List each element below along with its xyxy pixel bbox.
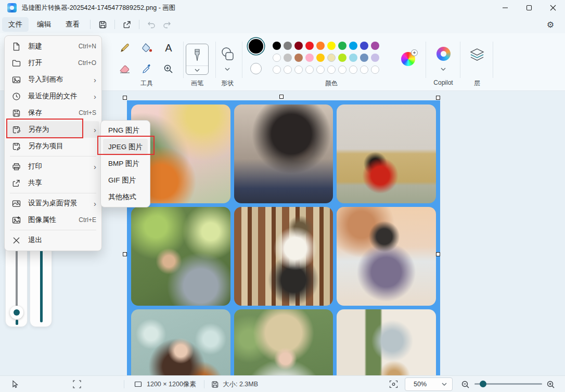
menu-separator (10, 193, 96, 193)
resize-handle-top-left[interactable] (123, 96, 127, 100)
brushes-label: 画笔 (182, 79, 213, 88)
zoom-in-button[interactable] (546, 376, 555, 392)
copilot-button[interactable] (436, 47, 451, 61)
color-swatch[interactable] (273, 54, 281, 62)
resize-handle-top-right[interactable] (436, 96, 440, 100)
minimize-icon (502, 5, 508, 11)
menu-item-import[interactable]: 导入到画布 › (5, 71, 101, 88)
color-swatch[interactable] (305, 54, 314, 62)
brush-icon (186, 44, 208, 66)
color-swatch[interactable] (349, 54, 357, 62)
size-slider-tick (16, 320, 18, 325)
menu-item-open[interactable]: 打开 Ctrl+O (5, 55, 101, 71)
color-swatch[interactable] (360, 42, 368, 50)
resize-handle-middle-right[interactable] (436, 252, 440, 256)
secondary-color-swatch[interactable] (250, 63, 262, 74)
color-swatch-empty[interactable] (316, 66, 325, 74)
resize-handle-middle-left[interactable] (123, 252, 127, 256)
shapes-icon (219, 46, 236, 62)
maximize-button[interactable] (517, 0, 541, 16)
chevron-down-icon (442, 383, 447, 386)
save-icon (98, 20, 107, 29)
brushes-button[interactable] (186, 44, 209, 75)
color-swatch-empty[interactable] (360, 66, 368, 74)
opacity-slider-track[interactable] (40, 246, 43, 322)
tools-label: 工具 (131, 79, 162, 88)
zoom-slider-thumb[interactable] (480, 381, 486, 387)
fit-to-screen-button[interactable] (389, 376, 398, 392)
color-swatch[interactable] (349, 42, 357, 50)
magnifier-tool-button[interactable] (160, 61, 177, 77)
color-swatch[interactable] (327, 54, 336, 62)
color-swatch[interactable] (294, 42, 303, 50)
color-swatch-empty[interactable] (305, 66, 314, 74)
submenu-item-other[interactable]: 其他格式 (101, 189, 150, 205)
save-as-project-icon (12, 142, 21, 151)
annotation-box-save-as (6, 119, 83, 138)
color-swatch[interactable] (338, 54, 346, 62)
layers-button[interactable] (469, 48, 485, 64)
color-swatch[interactable] (305, 42, 314, 50)
menu-item-share[interactable]: 共享 (5, 175, 101, 191)
menu-item-print[interactable]: 打印 › (5, 158, 101, 175)
submenu-item-gif[interactable]: GIF 图片 (101, 172, 150, 189)
redo-button[interactable] (159, 17, 175, 32)
fill-tool-button[interactable] (138, 40, 155, 56)
paint-window: 迅捷图片转换器-2025424-1745477889252.png - 画图 文… (0, 0, 565, 392)
color-swatch[interactable] (284, 54, 292, 62)
menu-item-new[interactable]: 新建 Ctrl+N (5, 38, 101, 55)
color-swatch[interactable] (327, 42, 336, 50)
selection-icon (73, 380, 81, 388)
edit-colors-button[interactable]: + (401, 52, 415, 66)
fill-bucket-icon (140, 42, 153, 54)
color-swatch-empty[interactable] (284, 66, 292, 74)
copilot-label: Copilot (428, 79, 459, 86)
color-swatch[interactable] (273, 42, 281, 50)
settings-button[interactable]: ⚙ (543, 18, 558, 31)
menu-item-set-wallpaper[interactable]: 设置为桌面背景 › (5, 195, 101, 212)
size-slider-thumb[interactable] (10, 306, 23, 319)
canvas-size-icon-wrap (134, 376, 142, 392)
close-button[interactable] (541, 0, 565, 16)
menu-file[interactable]: 文件 (2, 17, 29, 32)
color-swatch-empty[interactable] (349, 66, 357, 74)
eraser-icon (119, 64, 131, 74)
new-document-icon (12, 42, 21, 51)
eraser-tool-button[interactable] (117, 61, 133, 77)
save-button[interactable] (95, 17, 110, 32)
menu-view[interactable]: 查看 (59, 17, 86, 32)
zoom-dropdown[interactable]: 50% (405, 377, 453, 391)
undo-button[interactable] (144, 17, 159, 32)
submenu-item-bmp[interactable]: BMP 图片 (101, 155, 150, 172)
color-swatch[interactable] (284, 42, 292, 50)
color-swatch[interactable] (371, 54, 379, 62)
menu-item-exit[interactable]: 退出 (5, 232, 101, 249)
color-swatch[interactable] (294, 54, 303, 62)
text-tool-button[interactable]: A (160, 40, 177, 56)
color-swatch[interactable] (360, 54, 368, 62)
resize-handle-top-center[interactable] (279, 95, 284, 99)
shapes-button[interactable] (219, 46, 236, 62)
minimize-button[interactable] (493, 0, 517, 16)
primary-color-swatch[interactable] (249, 39, 263, 54)
magnifier-icon (163, 63, 174, 75)
menu-item-image-properties[interactable]: 图像属性 Ctrl+E (5, 212, 101, 228)
share-button[interactable] (119, 17, 135, 32)
color-swatch-empty[interactable] (294, 66, 303, 74)
eyedropper-tool-button[interactable] (138, 61, 155, 77)
color-swatch[interactable] (316, 42, 325, 50)
zoom-out-button[interactable] (461, 376, 470, 392)
menu-item-save-as-project[interactable]: 另存为项目 (5, 138, 101, 154)
plus-icon: + (411, 49, 418, 56)
color-swatch-empty[interactable] (338, 66, 346, 74)
color-swatch-empty[interactable] (273, 66, 281, 74)
pencil-tool-button[interactable] (117, 40, 133, 56)
menu-item-recent[interactable]: 最近使用的文件 › (5, 88, 101, 104)
menu-edit[interactable]: 编辑 (31, 17, 57, 32)
color-swatch[interactable] (316, 54, 325, 62)
canvas-surface[interactable] (127, 100, 440, 375)
color-swatch[interactable] (371, 42, 379, 50)
color-swatch[interactable] (338, 42, 346, 50)
color-swatch-empty[interactable] (327, 66, 336, 74)
color-swatch-empty[interactable] (371, 66, 379, 74)
